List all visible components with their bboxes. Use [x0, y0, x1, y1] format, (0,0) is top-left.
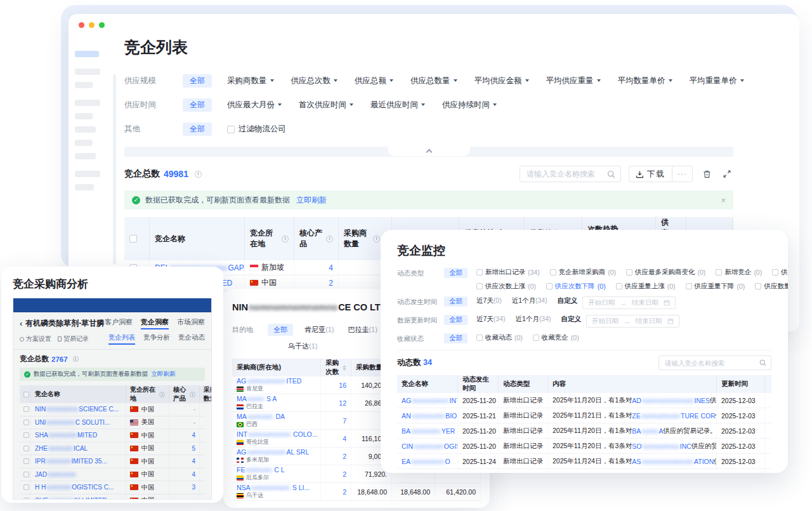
logistics-filter-checkbox[interactable]: 过滤物流公司	[227, 124, 286, 135]
tab-客户洞察[interactable]: 客户洞察	[105, 317, 133, 329]
checkbox[interactable]	[23, 392, 29, 397]
checkbox[interactable]	[616, 283, 622, 289]
company-name-cell[interactable]: BAnomnomnYER ...	[397, 423, 458, 438]
buyer-name[interactable]: FEnomnom C L厄瓜多尔	[237, 466, 285, 481]
menu-item[interactable]: 贸易记录	[58, 335, 89, 343]
buyer-name[interactable]: NSAnomnomnom S LI...乌干达	[237, 484, 310, 499]
destination-all-chip[interactable]: 全部	[268, 324, 293, 336]
monitor-filter-option[interactable]: 供应次数上涨(0)	[476, 282, 536, 291]
checkbox[interactable]	[476, 269, 483, 275]
date-range-picker[interactable]: 开始日期→结束日期	[582, 296, 676, 309]
destination-option[interactable]: 肯尼亚(1)	[304, 326, 334, 333]
checkbox[interactable]	[550, 269, 556, 275]
sidebar-item[interactable]	[75, 82, 93, 88]
core-product-count[interactable]: 5	[192, 445, 195, 452]
purchase-times[interactable]: 2	[343, 453, 346, 460]
filter-dropdown[interactable]: 采购商数量	[227, 76, 274, 86]
filter-dropdown[interactable]: 平均数量单价	[618, 76, 672, 86]
more-options-button[interactable]: ···	[672, 169, 692, 178]
checkbox[interactable]	[23, 420, 29, 425]
time-option[interactable]: 近1个月(34)	[516, 315, 551, 328]
time-option[interactable]: 近1个月(34)	[512, 296, 547, 309]
checkbox[interactable]	[716, 269, 722, 275]
checkbox[interactable]	[227, 126, 235, 133]
subtab-竞企列表[interactable]: 竞企列表	[108, 333, 135, 345]
purchase-times[interactable]: 12	[339, 399, 346, 407]
company-name-cell[interactable]: IPRnomnomIMITED 35...	[31, 455, 126, 468]
destination-option[interactable]: 乌干达(1)	[288, 342, 317, 350]
subtab-竞争分析[interactable]: 竞争分析	[143, 333, 170, 345]
monitor-filter-option[interactable]: 新增出口记录(34)	[476, 268, 540, 277]
search-icon[interactable]	[606, 169, 615, 178]
tab-市场洞察[interactable]: 市场洞察	[177, 317, 205, 329]
time-option[interactable]: 近7天(0)	[476, 296, 502, 309]
checkbox[interactable]	[23, 458, 29, 464]
checkbox[interactable]	[626, 269, 632, 275]
monitor-filter-option[interactable]: 供应数量上涨(0)	[755, 282, 788, 291]
buyer-name[interactable]: MAnomnom DA巴西	[237, 413, 285, 428]
filter-dropdown[interactable]: 供应总次数	[291, 76, 338, 86]
buyer-name[interactable]: INTnomnomnomn COLO...哥伦比亚	[237, 430, 317, 446]
delete-button[interactable]	[700, 168, 713, 180]
filter-all-chip[interactable]: 全部	[444, 268, 468, 278]
tab-竞企洞察[interactable]: 竞企洞察	[141, 317, 169, 329]
checkbox[interactable]	[476, 283, 483, 289]
filter-all-chip[interactable]: 全部	[444, 333, 468, 343]
monitor-filter-option[interactable]: 供应最多采购商变化(0)	[626, 268, 705, 277]
collapse-toggle[interactable]	[388, 147, 470, 156]
sort-icon[interactable]	[343, 365, 346, 371]
monitor-filter-option[interactable]: 供应次数下降(0)	[546, 282, 606, 291]
checkbox[interactable]	[23, 498, 29, 500]
sidebar-item[interactable]	[75, 140, 93, 146]
buyer-name[interactable]: MAnomn S A巴拉圭	[237, 395, 277, 410]
company-name-cell[interactable]: ELEnomnomNDU...	[397, 469, 458, 473]
time-option[interactable]: 近7天(34)	[476, 315, 506, 328]
checkbox[interactable]	[23, 432, 29, 438]
sidebar-item[interactable]	[75, 100, 100, 106]
sidebar-item[interactable]	[75, 113, 93, 119]
purchase-times[interactable]: 16	[339, 382, 346, 389]
monitor-filter-option[interactable]: 供应重量下降(0)	[686, 282, 745, 291]
company-name-cell[interactable]: CHEnomnomIY LIMITED	[31, 494, 126, 500]
menu-item[interactable]: 方案设置	[20, 335, 51, 343]
core-product-count[interactable]: 2	[329, 279, 333, 288]
purchase-times[interactable]: 2	[343, 488, 346, 496]
checkbox[interactable]	[546, 283, 553, 289]
back-icon[interactable]: ‹	[20, 319, 22, 328]
filter-dropdown[interactable]: 供应持续时间	[442, 100, 497, 110]
checkbox[interactable]	[129, 235, 137, 242]
company-name-cell[interactable]: AGmnonnomnn INT...	[397, 393, 458, 408]
checkbox[interactable]	[772, 269, 778, 275]
sidebar-item-active[interactable]	[75, 51, 99, 57]
company-name-cell[interactable]: UNInomnomnC SOLUTI...	[31, 416, 126, 429]
filter-dropdown[interactable]: 平均供应金额	[475, 76, 529, 86]
purchase-times[interactable]: 2	[343, 470, 346, 478]
monitor-filter-option[interactable]: 收藏动态(0)	[476, 333, 523, 342]
buyer-name[interactable]: AGnomnomnomAL SRL多米尼加	[237, 448, 309, 463]
sidebar-scrollbar[interactable]	[113, 74, 116, 265]
inner-refresh-link[interactable]: 立即刷新	[152, 370, 176, 378]
sidebar-item[interactable]	[75, 171, 100, 177]
checkbox[interactable]	[686, 283, 692, 289]
zoom-window-button[interactable]	[99, 22, 105, 28]
checkbox[interactable]	[23, 406, 29, 412]
purchase-times[interactable]: 4	[343, 435, 346, 442]
filter-all-chip[interactable]: 全部	[444, 315, 468, 325]
search-input[interactable]	[525, 169, 601, 179]
company-name-cell[interactable]: ANnomnnomn BIO...	[397, 408, 458, 423]
filter-all-chip[interactable]: 全部	[183, 98, 212, 112]
filter-dropdown[interactable]: 供应总额	[355, 76, 393, 86]
sidebar-item[interactable]	[75, 153, 96, 159]
monitor-search-input[interactable]	[664, 359, 752, 368]
monitor-filter-option[interactable]: 收藏竞企(0)	[533, 333, 579, 342]
buyer-name[interactable]: AGnomnomnomITED肯尼亚	[237, 377, 301, 392]
filter-all-chip[interactable]: 全部	[183, 123, 212, 136]
close-window-button[interactable]	[79, 22, 84, 28]
checkbox[interactable]	[23, 484, 29, 490]
filter-dropdown[interactable]: 供应最大月份	[227, 100, 282, 110]
monitor-filter-option[interactable]: 供应重量上涨(0)	[616, 282, 676, 291]
search-icon[interactable]	[759, 359, 766, 366]
checkbox[interactable]	[23, 446, 29, 451]
monitor-filter-option[interactable]: 新增竞企(0)	[716, 268, 762, 277]
company-name-cell[interactable]: ZHEnomnomICAL	[31, 442, 126, 455]
